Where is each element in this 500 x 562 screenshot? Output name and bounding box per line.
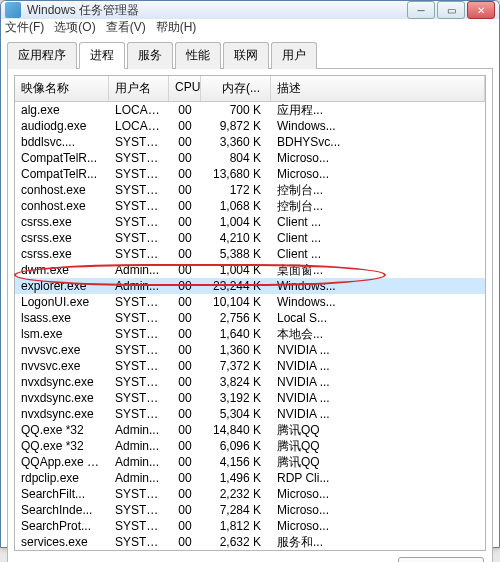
tab-applications[interactable]: 应用程序: [7, 42, 77, 69]
cell-cpu: 00: [169, 151, 201, 165]
tab-services[interactable]: 服务: [127, 42, 173, 69]
col-memory[interactable]: 内存(...: [201, 76, 271, 101]
table-row[interactable]: SearchProt...SYSTEM001,812 KMicroso...: [15, 518, 485, 534]
cell-cpu: 00: [169, 439, 201, 453]
table-row[interactable]: nvxdsync.exeSYSTEM003,824 KNVIDIA ...: [15, 374, 485, 390]
cell-user: SYSTEM: [109, 327, 169, 341]
table-row[interactable]: SearchInde...SYSTEM007,284 KMicroso...: [15, 502, 485, 518]
cell-mem: 804 K: [201, 151, 271, 165]
table-row[interactable]: services.exeSYSTEM002,632 K服务和...: [15, 534, 485, 550]
table-row[interactable]: conhost.exeSYSTEM00172 K控制台...: [15, 182, 485, 198]
cell-cpu: 00: [169, 247, 201, 261]
cell-mem: 1,496 K: [201, 471, 271, 485]
table-row[interactable]: nvvsvc.exeSYSTEM007,372 KNVIDIA ...: [15, 358, 485, 374]
table-row[interactable]: nvvsvc.exeSYSTEM001,360 KNVIDIA ...: [15, 342, 485, 358]
cell-desc: 腾讯QQ: [271, 422, 485, 439]
cell-user: SYSTEM: [109, 535, 169, 549]
cell-name: SearchFilt...: [15, 487, 109, 501]
cell-mem: 3,824 K: [201, 375, 271, 389]
tab-processes[interactable]: 进程: [79, 42, 125, 69]
cell-name: nvvsvc.exe: [15, 359, 109, 373]
menu-help[interactable]: 帮助(H): [156, 19, 197, 36]
cell-desc: Microso...: [271, 519, 485, 533]
cell-cpu: 00: [169, 423, 201, 437]
cell-name: SearchProt...: [15, 519, 109, 533]
table-row[interactable]: lsm.exeSYSTEM001,640 K本地会...: [15, 326, 485, 342]
cell-user: Admin...: [109, 423, 169, 437]
table-row[interactable]: alg.exeLOCAL...00700 K应用程...: [15, 102, 485, 118]
cell-mem: 1,068 K: [201, 199, 271, 213]
table-row[interactable]: lsass.exeSYSTEM002,756 KLocal S...: [15, 310, 485, 326]
col-image-name[interactable]: 映像名称: [15, 76, 109, 101]
cell-desc: Microso...: [271, 503, 485, 517]
cell-desc: 腾讯QQ: [271, 454, 485, 471]
cell-name: dwm.exe: [15, 263, 109, 277]
table-row[interactable]: QQ.exe *32Admin...006,096 K腾讯QQ: [15, 438, 485, 454]
menu-options[interactable]: 选项(O): [54, 19, 95, 36]
cell-desc: NVIDIA ...: [271, 375, 485, 389]
cell-desc: Microso...: [271, 487, 485, 501]
cell-cpu: 00: [169, 471, 201, 485]
cell-name: QQ.exe *32: [15, 439, 109, 453]
table-row[interactable]: CompatTelR...SYSTEM00804 KMicroso...: [15, 150, 485, 166]
cell-name: QQApp.exe *32: [15, 455, 109, 469]
menu-file[interactable]: 文件(F): [5, 19, 44, 36]
maximize-button[interactable]: ▭: [437, 1, 465, 19]
cell-mem: 1,812 K: [201, 519, 271, 533]
cell-desc: 桌面窗...: [271, 262, 485, 279]
end-process-button[interactable]: 结束进程(E): [398, 557, 484, 562]
col-cpu[interactable]: CPU: [169, 76, 201, 101]
table-row[interactable]: QQApp.exe *32Admin...004,156 K腾讯QQ: [15, 454, 485, 470]
table-row[interactable]: LogonUI.exeSYSTEM0010,104 KWindows...: [15, 294, 485, 310]
cell-user: LOCAL...: [109, 119, 169, 133]
table-row[interactable]: audiodg.exeLOCAL...009,872 KWindows...: [15, 118, 485, 134]
table-row[interactable]: CompatTelR...SYSTEM0013,680 KMicroso...: [15, 166, 485, 182]
col-description[interactable]: 描述: [271, 76, 485, 101]
list-footer: ✓ 显示所有用户的进程(S) 结束进程(E): [14, 551, 486, 562]
cell-mem: 172 K: [201, 183, 271, 197]
table-row[interactable]: SearchFilt...SYSTEM002,232 KMicroso...: [15, 486, 485, 502]
col-user[interactable]: 用户名: [109, 76, 169, 101]
cell-desc: 腾讯QQ: [271, 438, 485, 455]
table-row[interactable]: csrss.exeSYSTEM001,004 KClient ...: [15, 214, 485, 230]
process-list: 映像名称 用户名 CPU 内存(... 描述 alg.exeLOCAL...00…: [14, 75, 486, 551]
cell-name: bddlsvc....: [15, 135, 109, 149]
cell-mem: 10,104 K: [201, 295, 271, 309]
cell-mem: 2,632 K: [201, 535, 271, 549]
cell-mem: 5,388 K: [201, 247, 271, 261]
cell-mem: 2,756 K: [201, 311, 271, 325]
cell-name: alg.exe: [15, 103, 109, 117]
process-pane: 映像名称 用户名 CPU 内存(... 描述 alg.exeLOCAL...00…: [7, 69, 493, 562]
table-row[interactable]: bddlsvc....SYSTEM003,360 KBDHYSvc...: [15, 134, 485, 150]
tab-performance[interactable]: 性能: [175, 42, 221, 69]
table-row[interactable]: nvxdsync.exeSYSTEM005,304 KNVIDIA ...: [15, 406, 485, 422]
close-button[interactable]: ✕: [467, 1, 495, 19]
process-rows[interactable]: alg.exeLOCAL...00700 K应用程...audiodg.exeL…: [15, 102, 485, 550]
tab-networking[interactable]: 联网: [223, 42, 269, 69]
menu-view[interactable]: 查看(V): [106, 19, 146, 36]
cell-name: CompatTelR...: [15, 151, 109, 165]
table-row[interactable]: dwm.exeAdmin...001,004 K桌面窗...: [15, 262, 485, 278]
cell-mem: 23,244 K: [201, 279, 271, 293]
cell-user: SYSTEM: [109, 359, 169, 373]
titlebar[interactable]: Windows 任务管理器 ─ ▭ ✕: [1, 1, 499, 19]
cell-name: conhost.exe: [15, 183, 109, 197]
table-row[interactable]: conhost.exeSYSTEM001,068 K控制台...: [15, 198, 485, 214]
cell-mem: 2,232 K: [201, 487, 271, 501]
cell-cpu: 00: [169, 215, 201, 229]
cell-name: csrss.exe: [15, 215, 109, 229]
table-row[interactable]: explorer.exeAdmin...0023,244 KWindows...: [15, 278, 485, 294]
table-row[interactable]: csrss.exeSYSTEM005,388 KClient ...: [15, 246, 485, 262]
cell-user: SYSTEM: [109, 503, 169, 517]
table-row[interactable]: nvxdsync.exeSYSTEM003,192 KNVIDIA ...: [15, 390, 485, 406]
cell-desc: 本地会...: [271, 326, 485, 343]
table-row[interactable]: QQ.exe *32Admin...0014,840 K腾讯QQ: [15, 422, 485, 438]
cell-desc: Microso...: [271, 167, 485, 181]
table-row[interactable]: csrss.exeSYSTEM004,210 KClient ...: [15, 230, 485, 246]
cell-name: CompatTelR...: [15, 167, 109, 181]
cell-mem: 1,640 K: [201, 327, 271, 341]
tab-users[interactable]: 用户: [271, 42, 317, 69]
table-row[interactable]: rdpclip.exeAdmin...001,496 KRDP Cli...: [15, 470, 485, 486]
minimize-button[interactable]: ─: [407, 1, 435, 19]
cell-cpu: 00: [169, 519, 201, 533]
